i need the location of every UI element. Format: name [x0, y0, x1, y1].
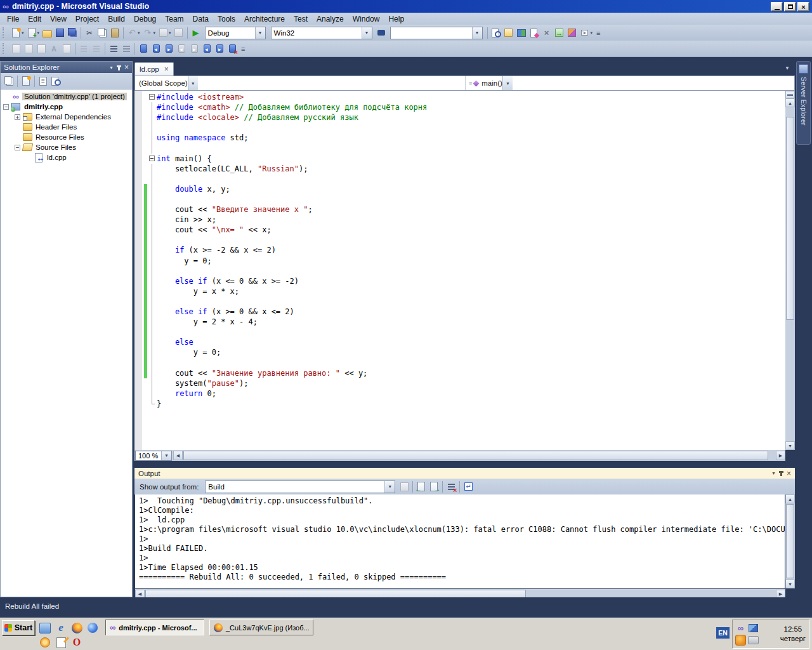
command-window-icon[interactable]: ▾ [579, 26, 594, 40]
add-item-icon[interactable]: ▾ [25, 26, 41, 40]
taskbar-button[interactable]: ∞dmitriy.cpp - Microsof... [105, 620, 204, 635]
save-icon[interactable] [53, 26, 66, 40]
usb-tray-icon[interactable] [748, 635, 759, 646]
toolbar-grip[interactable] [3, 27, 6, 38]
object-browser-icon[interactable] [515, 26, 528, 40]
word-completion-icon[interactable] [48, 42, 60, 56]
menu-help[interactable]: Help [384, 14, 409, 24]
chevron-down-icon[interactable]: ▼ [502, 76, 513, 90]
fold-toggle-icon[interactable] [147, 92, 157, 102]
previous-message-icon[interactable] [415, 480, 428, 494]
tree-item[interactable]: +External Dependencies [1, 112, 132, 122]
scroll-up-icon[interactable]: ▲ [785, 494, 795, 503]
visual-studio-tray-icon[interactable]: ∞ [735, 623, 746, 633]
toolbar-overflow-icon[interactable]: ≡ [596, 29, 600, 37]
save-all-icon[interactable] [66, 26, 79, 40]
paste-icon[interactable] [108, 26, 121, 40]
find-message-icon[interactable] [398, 480, 410, 494]
collapse-icon[interactable]: − [15, 145, 20, 150]
internet-explorer-icon[interactable]: e [55, 622, 67, 633]
chevron-down-icon[interactable]: ▼ [161, 451, 171, 460]
chevron-down-icon[interactable]: ▾ [154, 30, 156, 36]
pin-icon[interactable] [118, 65, 120, 70]
opera-icon[interactable]: O [71, 637, 82, 648]
new-query-icon[interactable] [528, 26, 540, 40]
menu-view[interactable]: View [46, 14, 71, 24]
taskbar-button[interactable]: _CuL3w7qKvE.jpg (Изоб... [209, 620, 313, 635]
chevron-down-icon[interactable]: ▼ [188, 76, 198, 90]
chevron-down-icon[interactable]: ▾ [169, 30, 171, 36]
menu-architecture[interactable]: Architecture [240, 14, 289, 24]
properties-window-icon[interactable] [502, 26, 515, 40]
tools-icon[interactable] [540, 26, 553, 40]
properties-window-icon[interactable] [37, 74, 49, 88]
window-position-icon[interactable]: ▼ [109, 65, 114, 70]
new-project-icon[interactable]: ▾ [10, 26, 25, 40]
output-vertical-scrollbar[interactable]: ▲ ▼ [785, 494, 795, 588]
scroll-down-icon[interactable]: ▼ [785, 580, 795, 588]
next-bookmark-doc-icon[interactable] [213, 42, 226, 56]
pin-icon[interactable] [780, 471, 782, 476]
solution-platforms-combo[interactable]: Win32▼ [271, 27, 372, 39]
show-all-files-icon[interactable] [20, 74, 32, 88]
fold-toggle-icon[interactable] [147, 154, 157, 164]
chevron-down-icon[interactable]: ▼ [362, 27, 372, 39]
scroll-down-icon[interactable]: ▼ [785, 441, 795, 450]
quick-info-icon[interactable] [35, 42, 48, 56]
editor-vertical-scrollbar[interactable]: ▲ ▼ [785, 91, 795, 450]
zoom-dropdown[interactable]: 100 % ▼ [135, 451, 172, 461]
splitter-handle[interactable] [785, 91, 795, 98]
globe-icon[interactable] [87, 622, 98, 633]
menu-edit[interactable]: Edit [23, 14, 46, 24]
firefox-icon[interactable] [71, 622, 82, 633]
menu-data[interactable]: Data [188, 14, 213, 24]
chevron-down-icon[interactable]: ▾ [138, 30, 140, 36]
open-file-icon[interactable] [41, 26, 53, 40]
decrease-indent-icon[interactable] [77, 42, 90, 56]
scroll-left-icon[interactable]: ◀ [173, 451, 183, 460]
server-explorer-tab[interactable]: Server Explorer [796, 61, 811, 145]
member-dropdown[interactable]: ≡ main() ▼ [466, 76, 794, 90]
chevron-down-icon[interactable]: ▾ [22, 30, 24, 36]
code-editor[interactable]: #include <iostream>#include <cmath> // Д… [134, 91, 785, 450]
properties-pages-icon[interactable] [3, 74, 15, 88]
chevron-down-icon[interactable]: ▼ [255, 27, 265, 39]
menu-build[interactable]: Build [103, 14, 129, 24]
scrollbar-thumb[interactable] [786, 117, 794, 320]
previous-bookmark-doc-icon[interactable] [200, 42, 213, 56]
tree-item[interactable]: −Source Files [1, 142, 132, 152]
chevron-down-icon[interactable]: ▼ [472, 27, 482, 39]
scrollbar-thumb[interactable] [183, 451, 768, 460]
previous-bookmark-folder-icon[interactable] [175, 42, 188, 56]
word-wrap-icon[interactable] [462, 480, 475, 494]
chevron-down-icon[interactable]: ▼ [384, 481, 395, 493]
surround-with-icon[interactable] [60, 42, 73, 56]
scope-dropdown[interactable]: (Global Scope) ▼ [135, 76, 466, 90]
scroll-right-icon[interactable]: ▶ [776, 451, 785, 460]
menu-window[interactable]: Window [348, 14, 384, 24]
antivirus-icon[interactable] [39, 637, 51, 648]
chevron-down-icon[interactable]: ▾ [37, 30, 40, 36]
language-indicator[interactable]: EN [716, 627, 730, 639]
close-button[interactable]: × [797, 2, 809, 11]
tree-item[interactable]: Resource Files [1, 132, 132, 142]
expand-icon[interactable]: + [15, 114, 20, 120]
clear-all-icon[interactable] [445, 480, 457, 494]
chevron-down-icon[interactable]: ▾ [591, 30, 593, 36]
toolbar-grip[interactable] [3, 43, 6, 54]
scrollbar-thumb[interactable] [786, 504, 794, 578]
network-tray-icon[interactable] [748, 623, 759, 633]
start-debugging-icon[interactable]: ▶ [190, 26, 202, 40]
security-tray-icon[interactable] [735, 635, 746, 646]
scroll-up-icon[interactable]: ▲ [785, 98, 795, 107]
copy-icon[interactable] [96, 26, 108, 40]
tree-item[interactable]: −dmitriy.cpp [1, 102, 132, 112]
next-bookmark-folder-icon[interactable] [188, 42, 200, 56]
extension-manager-icon[interactable] [553, 26, 566, 40]
find-symbol-icon[interactable] [490, 26, 502, 40]
tab-ld-cpp[interactable]: ld.cpp × [134, 62, 174, 76]
find-combo[interactable]: ▼ [390, 27, 483, 39]
close-icon[interactable]: × [124, 64, 129, 70]
toolbar-overflow-icon[interactable]: ≡ [241, 45, 245, 53]
find-in-files-icon[interactable] [375, 26, 388, 40]
